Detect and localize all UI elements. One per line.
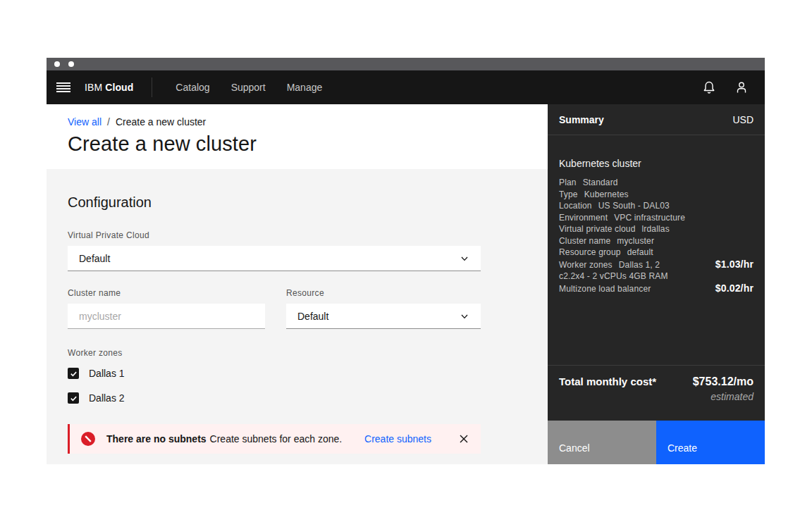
notification-bell-icon[interactable]: [693, 70, 725, 104]
vpc-dropdown-value: Default: [79, 253, 110, 264]
error-icon: [81, 432, 95, 446]
header-nav: Catalog Support Manage: [165, 70, 333, 104]
app-window: IBM Cloud Catalog Support Manage: [47, 58, 765, 464]
error-notification: There are no subnets Create subnets for …: [68, 424, 481, 454]
summary-detail-row: EnvironmentVPC infrastructure: [559, 212, 753, 224]
menu-icon[interactable]: [47, 70, 80, 104]
summary-product-name: Kubernetes cluster: [559, 158, 753, 169]
breadcrumb-current: Create a new cluster: [116, 116, 206, 128]
chevron-down-icon: [460, 311, 469, 321]
configuration-section: Configuration Virtual Private Cloud Defa…: [47, 169, 548, 464]
summary-details: PlanStandard TypeKubernetes LocationUS S…: [559, 177, 753, 294]
summary-header: Summary USD: [548, 104, 765, 135]
summary-body: Kubernetes cluster PlanStandard TypeKube…: [548, 135, 765, 365]
summary-detail-row: Virtual private cloudlrdallas: [559, 223, 753, 235]
main-column: View all / Create a new cluster Create a…: [47, 104, 548, 464]
close-icon[interactable]: [457, 432, 471, 446]
user-avatar-icon[interactable]: [725, 70, 758, 104]
total-cost-note: estimated: [559, 391, 753, 402]
summary-detail-row: c2.2x4 - 2 vCPUs 4GB RAM: [559, 271, 753, 282]
summary-title: Summary: [559, 114, 604, 125]
price-worker-zones: $1.03/hr: [715, 259, 753, 271]
summary-currency: USD: [732, 114, 753, 125]
brand-logo[interactable]: IBM Cloud: [85, 82, 133, 93]
worker-zone-label: Dallas 2: [89, 392, 125, 404]
summary-detail-row: PlanStandard: [559, 177, 753, 189]
create-subnets-link[interactable]: Create subnets: [364, 433, 431, 445]
summary-detail-row: Cluster namemycluster: [559, 235, 753, 247]
header-divider: [152, 77, 152, 97]
worker-zones-label: Worker zones: [68, 348, 481, 358]
worker-zone-checkbox-dallas-2[interactable]: Dallas 2: [68, 392, 481, 404]
resource-dropdown[interactable]: Default: [286, 304, 481, 329]
summary-detail-row: TypeKubernetes: [559, 189, 753, 201]
checkbox-checked-icon: [68, 392, 79, 404]
configuration-heading: Configuration: [68, 194, 527, 211]
cluster-name-input[interactable]: [68, 304, 265, 329]
summary-total-section: Total monthly cost* $753.12/mo estimated: [548, 365, 765, 421]
summary-detail-row: LocationUS South - DAL03: [559, 200, 753, 212]
window-control-dot[interactable]: [54, 61, 60, 67]
breadcrumb: View all / Create a new cluster: [68, 116, 548, 128]
vpc-label: Virtual Private Cloud: [68, 230, 481, 240]
breadcrumb-link-view-all[interactable]: View all: [68, 116, 102, 128]
worker-zone-label: Dallas 1: [89, 368, 125, 379]
summary-detail-row: Resource groupdefault: [559, 247, 753, 259]
summary-detail-row: Worker zonesDallas 1, 2$1.03/hr: [559, 259, 753, 271]
price-load-balancer: $0.02/hr: [715, 282, 753, 294]
worker-zone-checkbox-dallas-1[interactable]: Dallas 1: [68, 367, 481, 380]
cancel-button[interactable]: Cancel: [548, 421, 656, 464]
brand-prefix: IBM: [85, 82, 102, 93]
brand-suffix: Cloud: [105, 82, 133, 93]
checkbox-checked-icon: [68, 368, 79, 379]
menu-icon-lines: [56, 82, 70, 92]
breadcrumb-separator: /: [107, 116, 110, 128]
resource-label: Resource: [286, 288, 481, 298]
nav-item-manage[interactable]: Manage: [276, 70, 333, 104]
summary-detail-row: Multizone load balancer$0.02/hr: [559, 282, 753, 295]
create-button[interactable]: Create: [656, 421, 765, 464]
total-cost-value: $753.12/mo: [693, 375, 753, 388]
nav-item-catalog[interactable]: Catalog: [165, 70, 220, 104]
cluster-name-label: Cluster name: [68, 288, 265, 298]
page-header: View all / Create a new cluster Create a…: [47, 104, 548, 169]
page-title: Create a new cluster: [68, 132, 548, 156]
content-area: View all / Create a new cluster Create a…: [47, 104, 765, 464]
chevron-down-icon: [460, 254, 469, 263]
resource-dropdown-value: Default: [297, 311, 328, 322]
window-titlebar: [47, 58, 765, 70]
notification-title: There are no subnets: [106, 433, 207, 445]
vpc-dropdown[interactable]: Default: [68, 246, 481, 271]
summary-actions: Cancel Create: [548, 421, 765, 464]
app-header: IBM Cloud Catalog Support Manage: [47, 70, 765, 104]
summary-sidebar: Summary USD Kubernetes cluster PlanStand…: [548, 104, 765, 464]
total-cost-label: Total monthly cost*: [559, 375, 656, 387]
notification-subtitle: Create subnets for each zone.: [210, 433, 343, 445]
nav-item-support[interactable]: Support: [221, 70, 276, 104]
window-control-dot[interactable]: [68, 61, 74, 67]
